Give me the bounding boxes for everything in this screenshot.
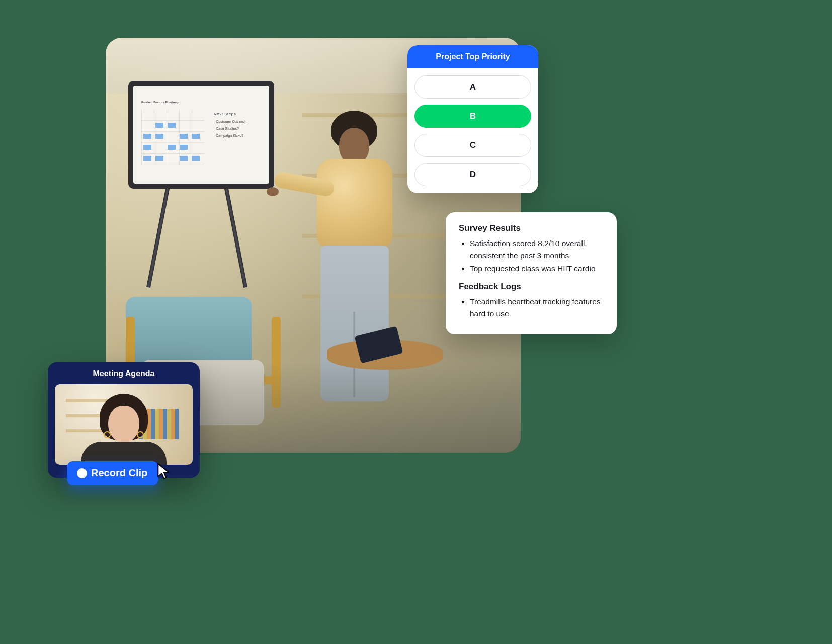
notes-heading: Next Steps — [214, 112, 236, 116]
feedback-logs-heading: Feedback Logs — [459, 282, 604, 292]
poll-option-a[interactable]: A — [414, 75, 531, 99]
easel-frame: Product Feature Roadmap Next St — [128, 80, 274, 189]
record-icon — [78, 469, 86, 477]
roadmap-title: Product Feature Roadmap — [141, 101, 179, 104]
insights-card: Survey Results Satisfaction scored 8.2/1… — [446, 212, 617, 334]
presentation-easel: Product Feature Roadmap Next St — [128, 80, 274, 262]
easel-screen: Product Feature Roadmap Next St — [133, 86, 269, 184]
record-clip-label: Record Clip — [91, 467, 147, 479]
poll-option-d[interactable]: D — [414, 163, 531, 186]
poll-title: Project Top Priority — [407, 45, 538, 68]
cursor-icon — [156, 463, 173, 480]
feedback-logs-list: Treadmills heartbeat tracking features h… — [459, 296, 604, 320]
poll-options-list: A B C D — [407, 68, 538, 193]
notes-line: - Case Studies? — [214, 127, 239, 130]
notes-line: - Campaign Kickoff — [214, 134, 243, 137]
poll-option-b[interactable]: B — [414, 105, 531, 128]
survey-results-list: Satisfaction scored 8.2/10 overall, cons… — [459, 237, 604, 275]
roadmap-grid — [141, 110, 204, 165]
survey-bullet: Top requested class was HIIT cardio — [470, 263, 604, 275]
survey-results-heading: Survey Results — [459, 223, 604, 233]
poll-option-c[interactable]: C — [414, 134, 531, 157]
meeting-agenda-title: Meeting Agenda — [55, 369, 193, 378]
record-clip-button[interactable]: Record Clip — [67, 461, 158, 485]
survey-bullet: Satisfaction scored 8.2/10 overall, cons… — [470, 237, 604, 262]
feedback-bullet: Treadmills heartbeat tracking features h… — [470, 296, 604, 320]
agenda-video-thumb[interactable] — [55, 384, 193, 465]
meeting-agenda-card: Meeting Agenda Record Clip — [48, 362, 200, 478]
poll-card: Project Top Priority A B C D — [407, 45, 538, 193]
notes-line: - Customer Outreach — [214, 120, 246, 123]
